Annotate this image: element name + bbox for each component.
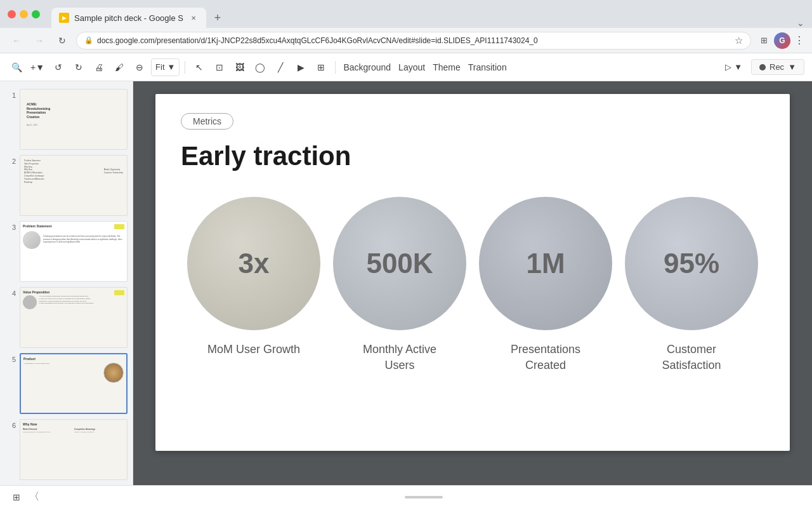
metric-item-3: 95% Customer Satisfaction xyxy=(625,197,758,373)
metrics-row: 3x MoM User Growth 500K Monthly Active U… xyxy=(181,197,764,373)
slide-heading: Early traction xyxy=(181,141,764,171)
zoom-label: Fit xyxy=(155,62,164,72)
metrics-tag-text: Metrics xyxy=(193,116,221,126)
metric-label-3: Customer Satisfaction xyxy=(641,342,742,373)
theme-button[interactable]: Theme xyxy=(430,58,463,77)
tab-bar: ▶ Sample pitch deck - Google S ✕ + ⌄ xyxy=(51,0,804,28)
present-icon: ▷ xyxy=(725,62,731,72)
metric-item-0: 3x MoM User Growth xyxy=(187,197,320,358)
active-tab[interactable]: ▶ Sample pitch deck - Google S ✕ xyxy=(51,8,206,28)
transition-button[interactable]: Transition xyxy=(466,58,509,77)
layout-label: Layout xyxy=(398,62,425,72)
slide-item-1[interactable]: 1 ACME:RevolutionizingPresentationCreati… xyxy=(0,86,133,152)
metric-circle-0: 3x xyxy=(187,197,320,330)
extensions-button[interactable]: ⊞ xyxy=(756,33,771,48)
metric-value-3: 95% xyxy=(664,248,719,279)
zoom-dropdown-icon: ▼ xyxy=(167,62,176,72)
url-text: docs.google.com/presentation/d/1Kj-JNCP2… xyxy=(97,36,735,45)
traffic-lights xyxy=(8,10,40,18)
grid-view-button[interactable]: ⊞ xyxy=(8,488,25,506)
transition-label: Transition xyxy=(468,62,507,72)
security-icon: 🔒 xyxy=(84,36,93,44)
metric-label-2: Presentations Created xyxy=(495,342,596,373)
back-button[interactable]: ← xyxy=(8,32,25,50)
insert-button[interactable]: +▼ xyxy=(28,58,47,77)
slide-num-1: 1 xyxy=(5,89,16,99)
metric-circle-2: 1M xyxy=(479,197,612,330)
minimize-window-button[interactable] xyxy=(20,10,28,18)
zoom-select[interactable]: Fit ▼ xyxy=(151,58,180,76)
insert-video-button[interactable]: ▶ xyxy=(292,58,310,77)
url-bar[interactable]: 🔒 docs.google.com/presentation/d/1Kj-JNC… xyxy=(76,32,751,50)
rec-button[interactable]: Rec ▼ xyxy=(751,59,804,75)
search-button[interactable]: 🔍 xyxy=(8,58,25,77)
slide-item-6[interactable]: 6 Why Now Market Demand Growing demand f… xyxy=(0,417,133,483)
scroll-indicator xyxy=(405,496,443,498)
undo-button[interactable]: ↺ xyxy=(49,58,67,77)
metric-value-0: 3x xyxy=(239,248,270,279)
tab-title: Sample pitch deck - Google S xyxy=(74,13,183,23)
separator-1 xyxy=(185,61,185,74)
zoom-out-button[interactable]: ⊖ xyxy=(131,58,148,77)
insert-image-button[interactable]: 🖼 xyxy=(231,58,249,77)
slide-thumb-2: Problem StatementValue PropositionWhy No… xyxy=(20,155,128,216)
metrics-tag: Metrics xyxy=(181,113,233,130)
slide-num-2: 2 xyxy=(5,155,16,165)
print-button[interactable]: 🖨 xyxy=(90,58,108,77)
close-window-button[interactable] xyxy=(8,10,16,18)
slide-thumb-5: Product A screenshot of ACME's unique us… xyxy=(20,353,128,414)
metric-value-2: 1M xyxy=(526,248,565,279)
slide-thumb-3: Problem Statement Creating presentations… xyxy=(20,221,128,282)
maximize-window-button[interactable] xyxy=(32,10,40,18)
title-bar: ▶ Sample pitch deck - Google S ✕ + ⌄ xyxy=(0,0,812,28)
slide-thumb-6: Why Now Market Demand Growing demand for… xyxy=(20,419,128,480)
bottom-center xyxy=(43,496,804,498)
editor-area[interactable]: Metrics Early traction 3x MoM User Growt… xyxy=(133,81,812,485)
slide-num-5: 5 xyxy=(5,353,16,363)
background-button[interactable]: Background xyxy=(341,58,393,77)
new-tab-button[interactable]: + xyxy=(209,9,226,27)
forward-button[interactable]: → xyxy=(30,32,48,50)
rec-label: Rec xyxy=(769,62,784,72)
slide-canvas: Metrics Early traction 3x MoM User Growt… xyxy=(155,94,790,451)
slide-thumb-4: Value Proposition • ACME simplifies pres… xyxy=(20,287,128,348)
select-tool-button[interactable]: ↖ xyxy=(190,58,208,77)
present-button[interactable]: ▷ ▼ xyxy=(719,60,749,74)
browser-menu-button[interactable]: ⋮ xyxy=(794,34,804,46)
separator-2 xyxy=(335,61,336,74)
metric-circle-1: 500K xyxy=(333,197,466,330)
extension-icons: ⊞ G ⋮ xyxy=(756,32,804,49)
reload-button[interactable]: ↻ xyxy=(53,32,71,50)
slide-num-4: 4 xyxy=(5,287,16,297)
toolbar-right: ▷ ▼ Rec ▼ xyxy=(719,59,804,75)
redo-button[interactable]: ↻ xyxy=(70,58,88,77)
metric-value-1: 500K xyxy=(366,248,433,279)
slide-item-3[interactable]: 3 Problem Statement Creating presentatio… xyxy=(0,218,133,284)
paint-format-button[interactable]: 🖌 xyxy=(110,58,128,77)
slide-item-2[interactable]: 2 Problem StatementValue PropositionWhy … xyxy=(0,152,133,218)
metric-item-1: 500K Monthly Active Users xyxy=(333,197,466,373)
metric-circle-3: 95% xyxy=(625,197,758,330)
rec-dot-icon xyxy=(759,64,766,70)
tab-close-button[interactable]: ✕ xyxy=(188,13,199,23)
slide-item-5[interactable]: 5 Product A screenshot of ACME's unique … xyxy=(0,351,133,417)
background-label: Background xyxy=(343,62,391,72)
rec-dropdown-icon: ▼ xyxy=(788,62,796,72)
tab-favicon: ▶ xyxy=(59,13,69,23)
browser-window: ▶ Sample pitch deck - Google S ✕ + ⌄ ← →… xyxy=(0,0,812,508)
layout-button[interactable]: Layout xyxy=(396,58,428,77)
insert-line-button[interactable]: ╱ xyxy=(272,58,289,77)
metric-label-0: MoM User Growth xyxy=(207,342,300,358)
insert-shape-button[interactable]: ◯ xyxy=(251,58,269,77)
slide-num-6: 6 xyxy=(5,419,16,429)
bookmark-icon[interactable]: ☆ xyxy=(735,35,743,46)
profile-avatar[interactable]: G xyxy=(774,32,790,49)
address-bar: ← → ↻ 🔒 docs.google.com/presentation/d/1… xyxy=(0,28,812,53)
insert-special-button[interactable]: ⊞ xyxy=(312,58,330,77)
metric-item-2: 1M Presentations Created xyxy=(479,197,612,373)
slide-item-4[interactable]: 4 Value Proposition • ACME simplifies pr… xyxy=(0,284,133,351)
main-content: 1 ACME:RevolutionizingPresentationCreati… xyxy=(0,81,812,485)
select-region-button[interactable]: ⊡ xyxy=(211,58,228,77)
collapse-panel-button[interactable]: 〈 xyxy=(25,488,43,506)
theme-label: Theme xyxy=(433,62,461,72)
